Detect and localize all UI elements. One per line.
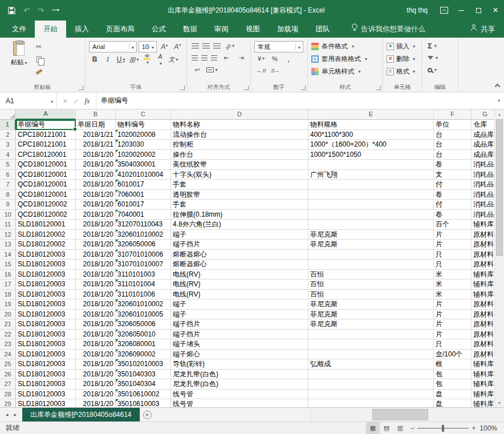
cell-F5[interactable]: 卷 (434, 160, 472, 170)
cell-B22[interactable]: 2018/1/20 (76, 330, 116, 340)
cell-F11[interactable]: 百个 (434, 220, 472, 230)
cell-F19[interactable]: 片 (434, 299, 472, 310)
cell-C18[interactable]: 3110101006 (116, 290, 171, 300)
cell-A24[interactable]: SLD180120003 (16, 350, 76, 360)
row-header-23[interactable]: 23 (0, 339, 16, 350)
cell-E18[interactable]: 百恒 (308, 290, 434, 300)
cell-D9[interactable]: 手套 (171, 200, 308, 210)
cell-B15[interactable]: 2018/1/20 (76, 259, 116, 270)
align-center-icon[interactable] (201, 55, 208, 60)
row-header-21[interactable]: 21 (0, 319, 16, 330)
cell-A5[interactable]: QCD180120001 (16, 160, 76, 170)
row-header-12[interactable]: 12 (0, 230, 16, 240)
zoom-in-icon[interactable] (469, 424, 479, 432)
row-header-8[interactable]: 8 (0, 190, 16, 200)
row-header-15[interactable]: 15 (0, 259, 16, 270)
cell-A27[interactable]: SLD180120003 (16, 379, 76, 390)
cell-D17[interactable]: 电线(RV) (171, 279, 308, 290)
save-icon[interactable] (8, 7, 15, 14)
ribbon-tab-page-layout[interactable]: 页面布局 (97, 21, 143, 38)
cell-A29[interactable]: SLD180120003 (16, 399, 76, 407)
cell-A10[interactable]: QCD180120002 (16, 210, 76, 220)
row-header-26[interactable]: 26 (0, 370, 16, 380)
cell-E25[interactable]: 弘顺成 (308, 359, 434, 370)
row-header-25[interactable]: 25 (0, 359, 16, 370)
row-header-18[interactable]: 18 (0, 290, 16, 300)
cell-F9[interactable]: 付 (434, 200, 472, 210)
cell-E15[interactable] (308, 259, 434, 270)
cell-E12[interactable]: 菲尼克斯 (308, 230, 434, 240)
cell-F6[interactable]: 支 (434, 170, 472, 180)
cell-B1[interactable]: 单据日期 (76, 120, 116, 130)
row-header-17[interactable]: 17 (0, 279, 16, 290)
cell-E20[interactable]: 菲尼克斯 (308, 310, 434, 320)
account-name[interactable]: thq thq (407, 6, 428, 14)
cell-C17[interactable]: 3110101004 (116, 279, 171, 290)
cell-D7[interactable]: 手套 (171, 180, 308, 190)
cell-D15[interactable]: 熔断器熔心 (171, 259, 308, 270)
cell-E28[interactable] (308, 390, 434, 400)
cell-C20[interactable]: 320601010005 (116, 310, 171, 320)
column-header-D[interactable]: D (171, 109, 308, 120)
cell-C1[interactable]: 物料编号 (116, 120, 171, 130)
cell-D1[interactable]: 物料名称 (171, 120, 308, 130)
cell-B12[interactable]: 2018/1/20 (76, 230, 116, 240)
wrap-text-icon[interactable] (192, 64, 203, 76)
cell-B10[interactable]: 2018/1/20 (76, 210, 116, 220)
cell-E8[interactable] (308, 190, 434, 200)
cell-E10[interactable] (308, 210, 434, 220)
cell-A4[interactable]: CPC180120001 (16, 150, 76, 160)
cell-B25[interactable]: 2018/1/20 (76, 359, 116, 370)
cell-B4[interactable]: 2018/1/20 (76, 150, 116, 160)
row-header-14[interactable]: 14 (0, 250, 16, 260)
sort-filter-button[interactable] (425, 52, 454, 64)
cell-D26[interactable]: 尼龙扎带(白色) (171, 370, 308, 380)
customize-quick-access-icon[interactable] (52, 9, 59, 13)
cell-A13[interactable]: SLD180120002 (16, 240, 76, 250)
cell-B3[interactable]: 2018/1/21 (76, 140, 116, 150)
expand-formula-bar-icon[interactable] (494, 92, 504, 109)
cell-F7[interactable]: 付 (434, 180, 472, 190)
row-header-29[interactable]: 29 (0, 399, 16, 407)
cell-F27[interactable]: 包 (434, 379, 472, 390)
cell-C8[interactable]: 7060001 (116, 190, 171, 200)
cell-C13[interactable]: 3206050006 (116, 240, 171, 250)
cell-A2[interactable]: CPC180121001 (16, 130, 76, 140)
cell-F4[interactable]: 台 (434, 150, 472, 160)
cell-C2[interactable]: 1020020008 (116, 130, 171, 140)
cell-E7[interactable] (308, 180, 434, 190)
cell-E19[interactable]: 菲尼克斯 (308, 299, 434, 310)
cell-B14[interactable]: 2018/1/20 (76, 250, 116, 260)
insert-function-icon[interactable]: fx (84, 96, 90, 106)
cell-E13[interactable]: 菲尼克斯 (308, 240, 434, 250)
cell-C26[interactable]: 3501040303 (116, 370, 171, 380)
horizontal-scrollbar[interactable] (310, 408, 504, 421)
name-box[interactable]: A1 (0, 92, 57, 109)
increase-indent-icon[interactable] (235, 52, 247, 64)
cell-D12[interactable]: 端子 (171, 230, 308, 240)
cell-E29[interactable] (308, 399, 434, 407)
styles-dialog-launcher-icon[interactable] (376, 86, 381, 90)
cell-B28[interactable]: 2018/1/20 (76, 390, 116, 400)
cell-D21[interactable]: 端子挡片 (171, 319, 308, 330)
cell-E9[interactable] (308, 200, 434, 210)
cell-F3[interactable]: 台 (434, 140, 472, 150)
cell-A26[interactable]: SLD180120003 (16, 370, 76, 380)
ribbon-tab-file[interactable]: 文件 (3, 21, 35, 38)
cell-A18[interactable]: SLD180120003 (16, 290, 76, 300)
cell-A12[interactable]: SLD180120002 (16, 230, 76, 240)
insert-cells-button[interactable]: 插入 (387, 40, 418, 52)
cell-B8[interactable]: 2018/1/20 (76, 190, 116, 200)
cell-F1[interactable]: 单位 (434, 120, 472, 130)
ribbon-tab-view[interactable]: 视图 (237, 21, 269, 38)
cell-A7[interactable]: QCD180120001 (16, 180, 76, 190)
row-header-3[interactable]: 3 (0, 140, 16, 150)
font-dialog-launcher-icon[interactable] (180, 86, 185, 90)
row-header-6[interactable]: 6 (0, 170, 16, 180)
align-top-icon[interactable] (192, 43, 199, 48)
cell-A11[interactable]: SLD180120001 (16, 220, 76, 230)
name-box-dropdown-icon[interactable] (47, 97, 56, 105)
scroll-up-icon[interactable] (495, 109, 504, 119)
cell-D10[interactable]: 拉伸膜(0.18mm) (171, 210, 308, 220)
cell-A1[interactable]: 单据编号 (16, 120, 76, 130)
